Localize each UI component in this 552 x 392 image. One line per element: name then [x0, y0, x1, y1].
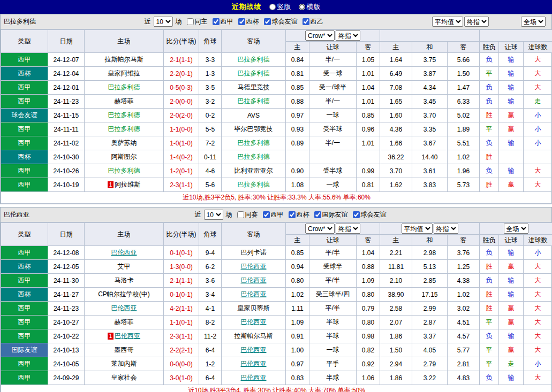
focus-team-link[interactable]: 巴拉多利德	[238, 153, 270, 160]
date-cell: 24-10-05	[48, 357, 85, 371]
odds-time-select[interactable]: 终指	[336, 30, 360, 41]
focus-team-link[interactable]: 巴伦西亚	[241, 318, 267, 326]
odds-away-cell: 0.82	[357, 343, 380, 357]
avg-away-cell: 1.02	[448, 288, 480, 302]
handicap-result-cell: 赢	[499, 178, 524, 192]
layout-option-horizontal[interactable]: 横版	[299, 2, 321, 12]
goals-result-cell: 小	[524, 136, 552, 150]
filter-checkbox-3[interactable]: 球会友谊	[264, 17, 298, 26]
avg-home-cell: 2.21	[380, 246, 412, 260]
avg-away-cell: 1.50	[448, 67, 480, 81]
filter-checkbox-input-2[interactable]	[238, 18, 245, 25]
corners-cell: 1-3	[199, 67, 222, 81]
avg-home-cell: 1.86	[380, 329, 412, 343]
filter-checkbox-0[interactable]: 同赛	[237, 210, 258, 219]
filter-checkbox-input-4[interactable]	[353, 211, 360, 218]
focus-team-link[interactable]: 巴伦西亚	[111, 304, 137, 312]
filter-checkbox-4[interactable]: 西乙	[303, 17, 323, 26]
summary-row: 近10场,胜3平3负4, 胜率:30% 让胜率:40% 大率:70% 单率:50…	[1, 385, 552, 392]
focus-team-link[interactable]: 巴拉多利德	[108, 111, 140, 119]
odds-time-select[interactable]: 终指	[336, 224, 360, 234]
focus-team-link[interactable]: 巴伦西亚	[241, 290, 267, 298]
filter-checkbox-input-3[interactable]	[264, 18, 271, 25]
filter-checkbox-input-1[interactable]	[213, 18, 220, 25]
scope-select[interactable]: 全场	[504, 224, 528, 234]
odds-source-select[interactable]: Crow*	[305, 30, 335, 41]
league-type-cell: 西甲	[1, 246, 48, 260]
filter-checkbox-1[interactable]: 西甲	[213, 17, 233, 26]
filter-checkbox-input-3[interactable]	[314, 211, 321, 218]
filter-checkbox-1[interactable]: 西甲	[263, 210, 284, 219]
handicap-result-cell: 输	[499, 81, 524, 95]
page-title: 近期战绩	[232, 2, 262, 12]
filter-checkbox-input-0[interactable]	[187, 18, 194, 25]
filter-checkbox-input-4[interactable]	[303, 18, 309, 25]
avg-source-select[interactable]: 平均值	[432, 17, 463, 27]
filter-checkbox-3[interactable]: 国际友谊	[314, 210, 348, 219]
avg-time-select[interactable]: 终指	[434, 224, 458, 234]
match-result-cell: 平	[480, 357, 499, 371]
focus-team-link[interactable]: 巴拉多利德	[238, 70, 270, 77]
score-cell: 2-1(1-1)	[164, 53, 199, 67]
layout-option-vertical[interactable]: 竖版	[269, 2, 291, 12]
subcolumn-header: 客	[448, 42, 480, 53]
match-row: 西杯24-12-04皇家阿维拉2-2(0-1)1-3巴拉多利德0.81受一球1.…	[1, 67, 552, 81]
filter-checkbox-2[interactable]: 西杯	[238, 17, 259, 26]
team-section: 巴拉多利德近10场同主西甲西杯球会友谊西乙平均值终指全场类型日期主场比分(半场)…	[0, 14, 552, 204]
odds-handicap-cell: 半球	[309, 371, 357, 385]
match-count-select[interactable]: 10	[154, 17, 173, 27]
avg-source-select[interactable]: 平均值	[402, 224, 433, 234]
focus-team-link[interactable]: 巴伦西亚	[115, 332, 140, 340]
filter-checkbox-input-2[interactable]	[289, 211, 296, 218]
odds-handicap-cell: 平/半	[309, 274, 357, 288]
focus-team-link[interactable]: 巴伦西亚	[241, 263, 267, 270]
odds-away-cell: 1.01	[357, 95, 380, 109]
avg-draw-cell: 3.87	[412, 67, 448, 81]
subcolumn-header: 让球	[309, 235, 357, 246]
focus-team-link[interactable]: 巴伦西亚	[241, 360, 267, 367]
vertical-layout-radio[interactable]	[269, 4, 276, 10]
focus-team-link[interactable]: 巴伦西亚	[241, 374, 267, 381]
corners-cell: 9-4	[199, 246, 222, 260]
home-team-cell: 巴伦西亚	[85, 302, 164, 316]
filter-checkbox-0[interactable]: 同主	[187, 17, 208, 26]
odds-away-cell: 1.04	[357, 246, 380, 260]
filter-checkbox-4[interactable]: 球会友谊	[353, 210, 387, 219]
odds-home-cell: 1.09	[286, 316, 309, 329]
filter-checkbox-2[interactable]: 西杯	[289, 210, 309, 219]
odds-away-cell: 1.01	[357, 67, 380, 81]
focus-team-link[interactable]: 巴拉多利德	[238, 56, 270, 63]
odds-home-cell: 0.97	[286, 109, 309, 122]
focus-team-link[interactable]: 巴拉多利德	[238, 181, 270, 188]
horizontal-layout-radio[interactable]	[299, 4, 305, 10]
date-cell: 24-11-15	[48, 109, 85, 122]
focus-team-link[interactable]: 巴拉多利德	[108, 167, 140, 174]
goals-result-cell: 大	[524, 81, 552, 95]
odds-home-cell: 0.89	[286, 136, 309, 150]
avg-time-select[interactable]: 终指	[464, 17, 489, 27]
match-row: 西甲24-10-191阿拉维斯2-3(1-1)5-6巴拉多利德1.08一球0.8…	[1, 178, 552, 192]
avg-away-cell: 6.33	[448, 95, 480, 109]
focus-team-link[interactable]: 巴拉多利德	[238, 139, 270, 147]
focus-team-link[interactable]: 巴拉多利德	[108, 125, 140, 133]
focus-team-link[interactable]: 巴拉多利德	[108, 83, 140, 91]
games-label: 场	[226, 210, 232, 219]
filter-checkbox-input-0[interactable]	[237, 211, 244, 218]
match-count-select[interactable]: 10	[204, 210, 223, 220]
goals-result-cell: 小	[524, 122, 552, 136]
filter-checkbox-input-1[interactable]	[263, 211, 270, 218]
handicap-result-cell: 赢	[499, 316, 524, 329]
focus-team-link[interactable]: 巴伦西亚	[241, 276, 267, 284]
odds-away-cell: 0.85	[357, 109, 380, 122]
focus-team-link[interactable]: 巴伦西亚	[111, 249, 137, 256]
subcolumn-header: 胜负	[480, 42, 499, 53]
handicap-result-cell: 输	[499, 164, 524, 178]
focus-team-link[interactable]: 巴伦西亚	[241, 346, 267, 353]
odds-away-cell: 0.98	[357, 329, 380, 343]
match-row: 国际友谊24-10-13墨西哥2-2(2-1)6-4巴伦西亚1.00一球0.82…	[1, 343, 552, 357]
odds-source-select[interactable]: Crow*	[305, 224, 335, 234]
scope-select[interactable]: 全场	[521, 17, 546, 27]
match-result-cell: 平	[480, 67, 499, 81]
avg-away-cell: 3.02	[448, 302, 480, 316]
focus-team-link[interactable]: 巴拉多利德	[238, 97, 270, 105]
